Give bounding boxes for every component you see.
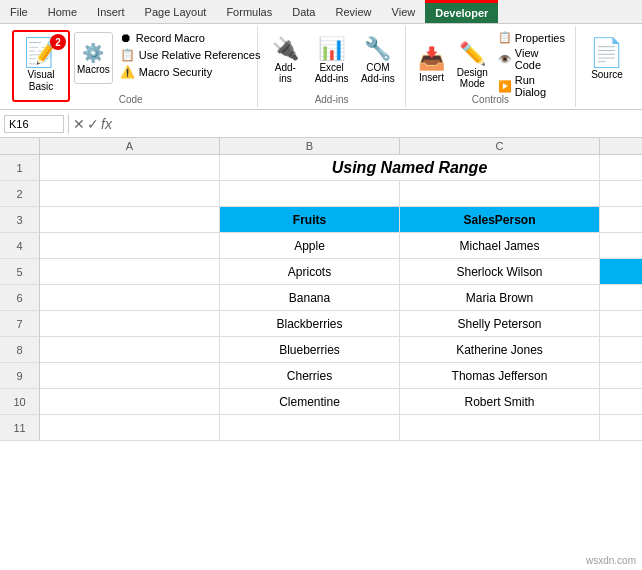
cell-A11[interactable] — [40, 415, 220, 441]
cell-D9[interactable] — [600, 363, 642, 389]
col-header-a[interactable]: A — [40, 138, 220, 154]
cell-D2[interactable] — [600, 181, 642, 207]
cell-A9[interactable] — [40, 363, 220, 389]
insert-function-icon[interactable]: fx — [101, 116, 112, 132]
row-num-8[interactable]: 8 — [0, 337, 40, 363]
row-num-5[interactable]: 5 — [0, 259, 40, 285]
cell-A2[interactable] — [40, 181, 220, 207]
insert-icon: 📥 — [418, 46, 445, 72]
cell-A4[interactable] — [40, 233, 220, 259]
cell-B8[interactable]: Blueberries — [220, 337, 400, 363]
run-dialog-icon: ▶️ — [498, 80, 512, 93]
cell-B5[interactable]: Apricots — [220, 259, 400, 285]
ribbon-content: 📝 VisualBasic 2 ⚙️ Macros ⏺ Record Macro — [0, 24, 642, 109]
record-icon: ⏺ — [120, 31, 132, 45]
cell-D5-item[interactable]: Item — [600, 259, 642, 285]
row-num-3[interactable]: 3 — [0, 207, 40, 233]
row-num-7[interactable]: 7 — [0, 311, 40, 337]
addins-icon: 🔌 — [272, 36, 299, 62]
confirm-formula-icon[interactable]: ✓ — [87, 116, 99, 132]
cell-C9[interactable]: Thomas Jefferson — [400, 363, 600, 389]
cell-B2[interactable] — [220, 181, 400, 207]
cell-D7[interactable] — [600, 311, 642, 337]
cell-B6[interactable]: Banana — [220, 285, 400, 311]
row-num-10[interactable]: 10 — [0, 389, 40, 415]
column-headers: A B C D E — [0, 138, 642, 155]
row-num-1[interactable]: 1 — [0, 155, 40, 181]
cell-C5[interactable]: Sherlock Wilson — [400, 259, 600, 285]
cell-C6[interactable]: Maria Brown — [400, 285, 600, 311]
macro-security-button[interactable]: ⚠️ Macro Security — [117, 64, 264, 80]
relative-icon: 📋 — [120, 48, 135, 62]
design-mode-button[interactable]: ✏️ Design Mode — [455, 41, 490, 89]
tab-review[interactable]: Review — [325, 0, 381, 23]
view-code-icon: 👁️ — [498, 53, 512, 66]
watermark: wsxdn.com — [586, 555, 636, 566]
row-num-6[interactable]: 6 — [0, 285, 40, 311]
tab-page-layout[interactable]: Page Layout — [135, 0, 217, 23]
cell-C4[interactable]: Michael James — [400, 233, 600, 259]
cell-D3[interactable] — [600, 207, 642, 233]
relative-references-button[interactable]: 📋 Use Relative References — [117, 47, 264, 63]
tab-developer[interactable]: Developer — [425, 0, 498, 23]
cell-A10[interactable] — [40, 389, 220, 415]
source-button[interactable]: 📄 Source — [582, 34, 632, 86]
cell-D8[interactable] — [600, 337, 642, 363]
tab-home[interactable]: Home — [38, 0, 87, 23]
cell-B3-header[interactable]: Fruits — [220, 207, 400, 233]
cell-A1[interactable] — [40, 155, 220, 181]
grid-inner: Using Named Range Fruits SalesPerson App… — [40, 155, 642, 441]
view-code-button[interactable]: 👁️ View Code — [496, 46, 567, 72]
cell-A3[interactable] — [40, 207, 220, 233]
cell-B9[interactable]: Cherries — [220, 363, 400, 389]
cell-C3-header[interactable]: SalesPerson — [400, 207, 600, 233]
cell-D4[interactable] — [600, 233, 642, 259]
cell-B4[interactable]: Apple — [220, 233, 400, 259]
row-num-11[interactable]: 11 — [0, 415, 40, 441]
cell-C8[interactable]: Katherine Jones — [400, 337, 600, 363]
properties-button[interactable]: 📋 Properties — [496, 30, 567, 45]
properties-label: Properties — [515, 32, 565, 44]
com-addins-button[interactable]: 🔧 COMAdd-ins — [359, 36, 397, 84]
row-num-2[interactable]: 2 — [0, 181, 40, 207]
macros-button[interactable]: ⚙️ Macros — [74, 32, 113, 84]
cancel-formula-icon[interactable]: ✕ — [73, 116, 85, 132]
cell-D1[interactable] — [600, 155, 642, 181]
com-addins-label: COMAdd-ins — [361, 62, 395, 84]
cell-B7[interactable]: Blackberries — [220, 311, 400, 337]
cell-B10[interactable]: Clementine — [220, 389, 400, 415]
cell-A8[interactable] — [40, 337, 220, 363]
tab-insert[interactable]: Insert — [87, 0, 135, 23]
macros-icon: ⚙️ — [82, 42, 104, 64]
tab-view[interactable]: View — [382, 0, 426, 23]
col-header-d[interactable]: D — [600, 138, 642, 154]
cell-C2[interactable] — [400, 181, 600, 207]
tab-file[interactable]: File — [0, 0, 38, 23]
excel-addins-button[interactable]: 📊 ExcelAdd-ins — [312, 36, 350, 84]
col-header-c[interactable]: C — [400, 138, 600, 154]
record-macro-button[interactable]: ⏺ Record Macro — [117, 30, 264, 46]
row-numbers: 1 2 3 4 5 6 7 8 9 10 11 — [0, 155, 40, 441]
tab-formulas[interactable]: Formulas — [216, 0, 282, 23]
cell-C11[interactable] — [400, 415, 600, 441]
cell-C10[interactable]: Robert Smith — [400, 389, 600, 415]
cell-C7[interactable]: Shelly Peterson — [400, 311, 600, 337]
cell-D6[interactable] — [600, 285, 642, 311]
cell-A6[interactable] — [40, 285, 220, 311]
cell-D10[interactable] — [600, 389, 642, 415]
cell-B1-title[interactable]: Using Named Range — [220, 155, 600, 181]
col-header-b[interactable]: B — [220, 138, 400, 154]
formula-input[interactable] — [116, 116, 638, 132]
cell-D11[interactable] — [600, 415, 642, 441]
cell-A5[interactable] — [40, 259, 220, 285]
tab-data[interactable]: Data — [282, 0, 325, 23]
insert-button[interactable]: 📥 Insert — [414, 46, 449, 83]
cell-reference-input[interactable] — [4, 115, 64, 133]
spreadsheet: 1 2 3 4 5 6 7 8 9 10 11 Using Named Rang… — [0, 155, 642, 441]
row-num-9[interactable]: 9 — [0, 363, 40, 389]
macro-security-label: Macro Security — [139, 66, 212, 78]
cell-B11[interactable] — [220, 415, 400, 441]
cell-A7[interactable] — [40, 311, 220, 337]
add-ins-button[interactable]: 🔌 Add-ins — [266, 36, 304, 84]
row-num-4[interactable]: 4 — [0, 233, 40, 259]
